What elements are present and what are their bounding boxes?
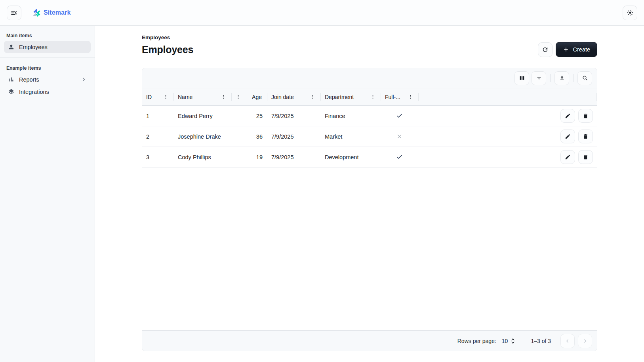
sitemark-logo: Sitemark: [32, 9, 70, 17]
search-icon: [582, 75, 588, 81]
sidebar-item-label: Reports: [19, 76, 39, 83]
delete-button[interactable]: [578, 109, 593, 123]
column-menu-icon[interactable]: [370, 94, 375, 99]
sun-icon: [627, 9, 634, 16]
edit-button[interactable]: [560, 130, 575, 143]
pencil-icon: [565, 133, 571, 139]
chevron-left-icon: [565, 338, 570, 344]
spinner-updown-icon: [510, 338, 516, 344]
column-header-label: Name: [178, 94, 192, 100]
column-header-age[interactable]: Age: [232, 88, 267, 105]
sidebar-item-employees[interactable]: Employees: [4, 41, 91, 53]
column-header-label: Full-...: [385, 94, 400, 100]
search-button[interactable]: [577, 71, 592, 85]
sidebar-section-title-example: Example items: [0, 62, 95, 73]
cell-age: 36: [232, 126, 267, 147]
column-menu-icon[interactable]: [163, 94, 168, 99]
cell-join-date: 7/9/2025: [267, 147, 321, 167]
employees-data-grid: ID Name Age Join date: [142, 68, 597, 351]
column-header-label: Age: [252, 94, 262, 100]
app-root: Sitemark Main items: [0, 0, 644, 362]
cell-full-time: [381, 106, 419, 126]
refresh-icon: [542, 46, 549, 53]
column-header-label: ID: [146, 94, 152, 100]
sidebar-item-reports[interactable]: Reports: [4, 73, 91, 86]
sidebar-item-label: Employees: [19, 44, 48, 50]
delete-button[interactable]: [578, 150, 593, 164]
delete-button[interactable]: [578, 130, 593, 143]
column-header-full-time[interactable]: Full-...: [381, 88, 419, 105]
menu-collapse-button[interactable]: [7, 6, 21, 20]
column-header-label: Department: [325, 94, 354, 100]
column-menu-icon[interactable]: [221, 94, 226, 99]
download-button[interactable]: [554, 71, 569, 85]
column-header-name[interactable]: Name: [174, 88, 232, 105]
sidebar-item-integrations[interactable]: Integrations: [4, 86, 91, 98]
table-row[interactable]: 2 Josephine Drake 36 7/9/2025 Market: [142, 126, 597, 147]
table-row[interactable]: 3 Cody Phillips 19 7/9/2025 Development: [142, 147, 597, 168]
cell-full-time: [381, 126, 419, 147]
cell-actions: [419, 106, 597, 126]
page-title: Employees: [142, 44, 193, 55]
refresh-button[interactable]: [538, 42, 553, 57]
cell-full-time: [381, 147, 419, 167]
cell-id: 2: [142, 126, 174, 147]
person-icon: [8, 44, 15, 50]
chevron-right-icon: [582, 338, 588, 344]
logo-wordmark: Sitemark: [44, 9, 70, 16]
main-content: Employees Employees Create: [95, 26, 644, 362]
filter-button[interactable]: [532, 71, 546, 85]
column-header-actions: [419, 88, 597, 105]
column-menu-icon[interactable]: [408, 94, 413, 99]
column-header-join-date[interactable]: Join date: [267, 88, 321, 105]
x-icon: [396, 133, 402, 139]
cell-actions: [419, 126, 597, 147]
theme-toggle-button[interactable]: [623, 6, 637, 20]
trash-icon: [583, 133, 589, 139]
column-header-id[interactable]: ID: [142, 88, 174, 105]
plus-icon: [563, 46, 569, 53]
column-menu-icon[interactable]: [310, 94, 315, 99]
bar-chart-icon: [8, 76, 15, 83]
previous-page-button[interactable]: [560, 334, 575, 348]
rows-per-page-label: Rows per page:: [457, 338, 496, 344]
create-button[interactable]: Create: [556, 42, 597, 57]
menu-open-icon: [10, 9, 18, 17]
app-bar: Sitemark: [0, 0, 644, 26]
create-button-label: Create: [573, 46, 590, 53]
toolbar-divider: [573, 74, 574, 82]
grid-empty-area: [142, 168, 597, 330]
sidebar: Main items Employees Example items Repor…: [0, 26, 95, 362]
edit-button[interactable]: [560, 150, 575, 164]
cell-department: Development: [321, 147, 381, 167]
download-icon: [559, 75, 565, 81]
cell-age: 25: [232, 106, 267, 126]
trash-icon: [583, 154, 589, 160]
pencil-icon: [565, 154, 571, 160]
trash-icon: [583, 113, 589, 119]
cell-department: Market: [321, 126, 381, 147]
cell-name: Edward Perry: [174, 106, 232, 126]
columns-icon: [519, 75, 525, 81]
cell-age: 19: [232, 147, 267, 167]
chevron-right-icon: [81, 76, 87, 82]
column-menu-icon[interactable]: [236, 94, 241, 99]
column-header-department[interactable]: Department: [321, 88, 381, 105]
cell-id: 3: [142, 147, 174, 167]
rows-per-page-select[interactable]: 10: [502, 338, 516, 344]
pencil-icon: [565, 113, 571, 119]
grid-footer: Rows per page: 10 1–3 of 3: [142, 330, 597, 351]
table-row[interactable]: 1 Edward Perry 25 7/9/2025 Finance: [142, 106, 597, 126]
next-page-button[interactable]: [578, 334, 592, 348]
check-icon: [396, 154, 403, 160]
columns-button[interactable]: [514, 71, 529, 85]
sidebar-divider: [0, 57, 95, 58]
edit-button[interactable]: [560, 109, 575, 123]
sidebar-section-title-main: Main items: [0, 30, 95, 41]
grid-toolbar: [142, 68, 597, 88]
cell-department: Finance: [321, 106, 381, 126]
filter-icon: [536, 75, 542, 81]
rows-per-page-value: 10: [502, 338, 508, 344]
grid-header-row: ID Name Age Join date: [142, 88, 597, 106]
sidebar-item-label: Integrations: [19, 89, 49, 95]
